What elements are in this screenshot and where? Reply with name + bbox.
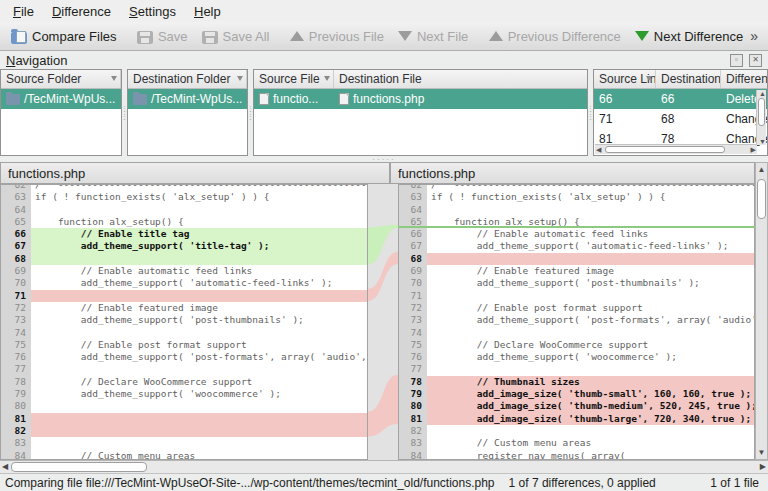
navigation-panel: Source Folder /TecMint-WpUs... ⋮⋮ Destin… — [0, 69, 768, 156]
sort-arrow-icon — [237, 76, 243, 81]
files-row[interactable]: functio... functions.php — [254, 89, 587, 109]
line-number: 68 — [1, 253, 31, 265]
toolbar-overflow-icon[interactable]: » — [750, 28, 764, 44]
destination-folder-row[interactable]: /TecMint-WpUs... — [128, 89, 247, 109]
differences-vertical-scrollbar[interactable]: ▲ ▼ — [756, 90, 766, 145]
line-number: 64 — [399, 204, 427, 216]
dock-float-icon[interactable]: ▫ — [730, 54, 743, 67]
destination-line-column-header[interactable]: Destination Line — [656, 70, 721, 88]
toolbar-button-label: Next Difference — [654, 29, 743, 44]
line-text: register_nav_menus( array( — [427, 450, 754, 460]
scroll-up-icon[interactable]: ▲ — [756, 165, 767, 174]
status-bar: Comparing file file:///TecMint-WpUseOf-S… — [0, 473, 768, 491]
line-number: 67 — [1, 240, 31, 252]
folder-icon — [6, 94, 20, 105]
code-line: 82 — [1, 425, 367, 437]
line-text: add_theme_support( 'post-thumbnails' ); — [31, 314, 367, 326]
line-text: // Enable featured image — [427, 265, 754, 277]
line-number: 83 — [399, 437, 427, 449]
code-line: 68 — [1, 253, 367, 265]
line-text: add_theme_support( 'post-formats', array… — [31, 351, 367, 363]
destination-folder-column-header[interactable]: Destination Folder — [128, 70, 247, 88]
files-header-row: Source File Destination File — [254, 70, 587, 89]
difference-row[interactable]: 7168Change — [594, 109, 767, 129]
destination-folder-list[interactable]: Destination Folder /TecMint-WpUs... — [127, 69, 248, 156]
next-difference-button[interactable]: Next Difference — [628, 26, 750, 47]
diff-horizontal-scrollbar[interactable]: ◀ ▶ — [0, 460, 768, 473]
scroll-right-icon[interactable]: ▶ — [751, 145, 756, 154]
scroll-left-icon[interactable]: ◀ — [596, 145, 601, 154]
navigation-dock-titlebar: Navigation ▫ ✕ — [0, 51, 768, 69]
menu-bar: FileDifferenceSettingsHelp — [0, 0, 768, 22]
scroll-down-icon[interactable]: ▼ — [756, 448, 767, 457]
scroll-thumb[interactable] — [758, 98, 765, 126]
line-text: function alx_setup() { — [31, 216, 367, 228]
line-number: 76 — [399, 351, 427, 363]
scroll-down-icon[interactable]: ▼ — [759, 137, 766, 146]
code-line: 73 add_theme_support( 'post-formats', ar… — [399, 314, 754, 326]
line-text: // Custom menu areas — [427, 437, 754, 449]
line-number: 74 — [399, 327, 427, 339]
code-line: 80 add_image_size( 'thumb-medium', 520, … — [399, 400, 754, 412]
source-line-column-header[interactable]: Source Line — [594, 70, 656, 88]
code-line: 70 add_theme_support( 'post-thumbnails' … — [399, 277, 754, 289]
line-text: // Enable post format support — [427, 302, 754, 314]
source-folder-header-row: Source Folder — [1, 70, 121, 89]
menu-file[interactable]: File — [4, 2, 43, 21]
differences-horizontal-scrollbar[interactable]: ◀ ▶ — [595, 144, 757, 154]
source-folder-column-header[interactable]: Source Folder — [1, 70, 121, 88]
connector-band-red — [368, 375, 398, 437]
line-number: 77 — [1, 363, 31, 375]
menu-help[interactable]: Help — [185, 2, 230, 21]
toolbar-button-label: Save — [158, 29, 188, 44]
line-text — [427, 204, 754, 216]
line-number: 82 — [399, 425, 427, 437]
code-line: 63if ( ! function_exists( 'alx_setup' ) … — [399, 191, 754, 203]
difference-row[interactable]: 6666Delete — [594, 89, 767, 109]
save-button: Save — [130, 26, 195, 47]
diff-vertical-scrollbar[interactable]: ▲ ▼ — [755, 162, 768, 460]
line-text — [31, 253, 367, 265]
line-number: 78 — [399, 376, 427, 388]
toolbar-button-label: Save All — [223, 29, 270, 44]
code-line: 83 — [1, 437, 367, 449]
source-code-pane[interactable]: 62/* -----------------------------------… — [0, 184, 368, 460]
files-list[interactable]: Source File Destination File functio... … — [253, 69, 588, 156]
line-text — [31, 413, 367, 425]
source-folder-list[interactable]: Source Folder /TecMint-WpUs... — [0, 69, 122, 156]
code-line: 68 — [399, 253, 754, 265]
scroll-thumb[interactable] — [605, 146, 725, 153]
line-number: 70 — [1, 277, 31, 289]
scroll-thumb[interactable] — [11, 462, 147, 472]
scroll-up-icon[interactable]: ▲ — [759, 89, 766, 98]
scroll-left-icon[interactable]: ◀ — [2, 462, 8, 471]
dock-close-icon[interactable]: ✕ — [749, 54, 762, 67]
code-line: 76 add_theme_support( 'woocommerce' ); — [399, 351, 754, 363]
source-file-column-header[interactable]: Source File — [254, 70, 334, 88]
code-line: 80 — [1, 400, 367, 412]
line-number: 81 — [1, 413, 31, 425]
line-number: 69 — [399, 265, 427, 277]
source-folder-row[interactable]: /TecMint-WpUs... — [1, 89, 121, 109]
toolbar: Compare FilesSaveSave AllPrevious FileNe… — [0, 22, 768, 51]
compare-files-button[interactable]: Compare Files — [4, 26, 124, 47]
menu-difference[interactable]: Difference — [43, 2, 120, 21]
line-number: 70 — [399, 277, 427, 289]
line-text — [427, 253, 754, 265]
scroll-thumb[interactable] — [757, 179, 766, 219]
line-number: 62 — [1, 184, 31, 191]
compare-files-icon — [11, 32, 27, 44]
code-line: 66 // Enable automatic feed links — [399, 228, 754, 240]
destination-folder-header-row: Destination Folder — [128, 70, 247, 89]
code-line: 71 — [399, 290, 754, 302]
menu-settings[interactable]: Settings — [120, 2, 185, 21]
source-pane-title: functions.php — [8, 166, 85, 181]
differences-list[interactable]: Source Line Destination Line Difference … — [593, 69, 768, 156]
line-text: add_theme_support( 'post-formats', array… — [427, 314, 754, 326]
line-text — [31, 327, 367, 339]
code-line: 76 add_theme_support( 'post-formats', ar… — [1, 351, 367, 363]
scroll-right-icon[interactable]: ▶ — [760, 462, 766, 471]
difference-column-header[interactable]: Difference — [721, 70, 768, 88]
destination-file-column-header[interactable]: Destination File — [334, 70, 587, 88]
status-files-text: 1 of 1 file — [710, 476, 763, 490]
